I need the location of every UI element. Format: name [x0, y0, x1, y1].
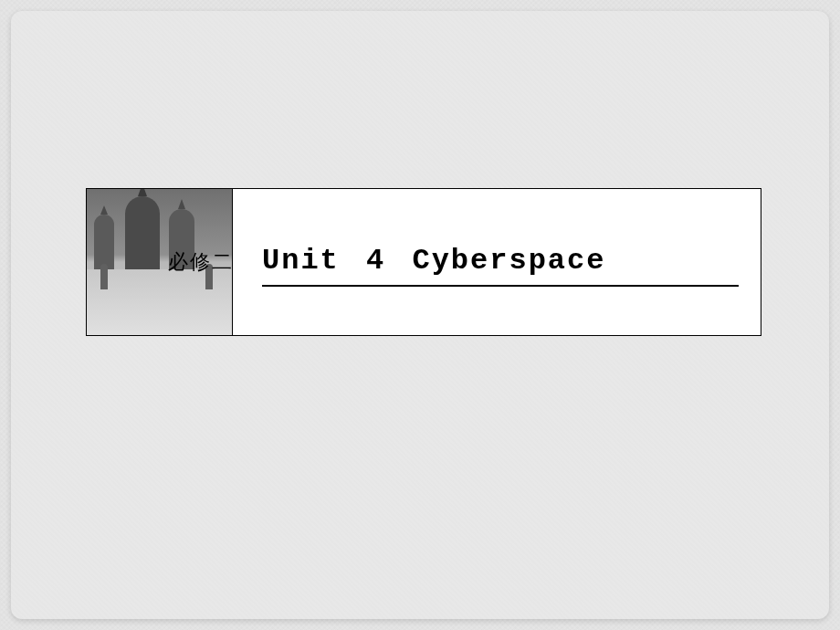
tree-icon: [100, 264, 108, 289]
title-section: Unit 4 Cyberspace: [233, 189, 761, 335]
building-tower: [94, 215, 114, 269]
category-label: 必修二: [168, 248, 233, 276]
slide-container: 必修二 Unit 4 Cyberspace: [11, 11, 829, 619]
thumbnail-image: 必修二: [87, 189, 233, 335]
unit-title: Unit 4 Cyberspace: [262, 205, 739, 287]
content-block: 必修二 Unit 4 Cyberspace: [86, 188, 761, 336]
building-tower: [125, 196, 160, 269]
